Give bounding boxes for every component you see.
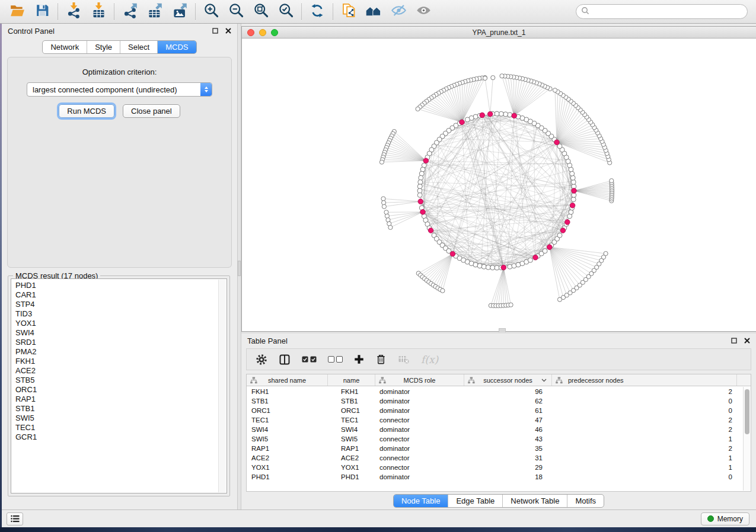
task-history-button[interactable] (7, 512, 23, 525)
table-row[interactable]: ORC1ORC1dominator610 (247, 406, 751, 415)
mcds-result-item[interactable]: SWI5 (15, 414, 227, 423)
table-row[interactable]: SWI4SWI4dominator462 (247, 425, 751, 434)
zoom-selected-button[interactable] (273, 2, 298, 22)
tab-edge-table[interactable]: Edge Table (448, 495, 502, 507)
close-panel-icon[interactable] (744, 336, 750, 345)
deselect-all-button[interactable] (328, 356, 343, 363)
delete-column-button[interactable] (375, 354, 387, 365)
export-table-button[interactable] (142, 2, 167, 22)
export-network-button[interactable] (117, 2, 142, 22)
show-columns-button[interactable] (279, 354, 291, 366)
refresh-icon (310, 3, 325, 21)
tab-node-table[interactable]: Node Table (394, 495, 448, 507)
divider-handle[interactable] (238, 261, 241, 276)
table-row[interactable]: TEC1TEC1connector472 (247, 415, 751, 425)
desktop-wallpaper-sliver (0, 24, 2, 527)
mcds-result-item[interactable]: TEC1 (15, 423, 227, 432)
vertical-split-divider[interactable] (237, 24, 241, 509)
tab-select[interactable]: Select (120, 41, 157, 53)
zoom-out-button[interactable] (224, 2, 248, 22)
add-column-button[interactable] (354, 354, 364, 364)
main-toolbar (0, 0, 756, 24)
float-panel-icon[interactable] (731, 336, 737, 345)
column-header-MCDS-role[interactable]: MCDS role (375, 374, 464, 386)
divider-handle[interactable] (499, 328, 506, 332)
mcds-result-item[interactable]: ACE2 (15, 366, 227, 376)
hide-selected-button[interactable] (386, 2, 411, 22)
network-graph[interactable] (242, 39, 755, 331)
mcds-result-item[interactable]: PHD1 (15, 281, 227, 290)
show-all-button[interactable] (411, 2, 436, 22)
horizontal-split-divider[interactable] (241, 332, 756, 334)
criterion-select[interactable]: largest connected component (undirected) (27, 82, 212, 97)
toolbar-separator (301, 4, 302, 20)
import-network-button[interactable] (61, 2, 86, 22)
maximize-window-icon[interactable] (271, 29, 278, 36)
column-header-successor-nodes[interactable]: successor nodes (464, 374, 552, 386)
select-all-button[interactable] (302, 356, 317, 363)
mcds-result-item[interactable]: YOX1 (15, 319, 227, 328)
open-file-button[interactable] (5, 2, 30, 22)
table-settings-button[interactable] (256, 354, 267, 366)
control-panel-header: Control Panel (2, 24, 237, 38)
cell-shared-name: SWI4 (247, 426, 328, 433)
mcds-result-item[interactable]: RAP1 (15, 395, 227, 404)
mcds-result-item[interactable]: PMA2 (15, 347, 227, 357)
search-box[interactable] (576, 4, 748, 19)
network-canvas[interactable] (242, 39, 756, 331)
table-scrollbar[interactable] (743, 387, 751, 491)
column-header-name[interactable]: name (328, 374, 375, 386)
float-panel-icon[interactable] (212, 27, 218, 36)
mcds-result-item[interactable]: STB5 (15, 376, 227, 385)
import-table-button[interactable] (86, 2, 111, 22)
table-row[interactable]: YOX1YOX1connector291 (247, 463, 751, 472)
cell-shared-name: FKH1 (247, 388, 328, 395)
tab-mcds[interactable]: MCDS (157, 41, 196, 53)
zoom-fit-button[interactable] (248, 2, 273, 22)
cell-successor-nodes: 43 (464, 435, 552, 443)
cell-predecessor-nodes: 0 (552, 473, 737, 480)
mcds-result-item[interactable]: SRD1 (15, 338, 227, 347)
search-input[interactable] (592, 8, 742, 16)
export-image-button[interactable] (167, 2, 192, 22)
mcds-result-item[interactable]: FKH1 (15, 357, 227, 366)
mcds-result-item[interactable]: SWI4 (15, 328, 227, 338)
cell-successor-nodes: 96 (464, 388, 552, 395)
memory-button[interactable]: Memory (701, 512, 749, 525)
mcds-result-item[interactable]: TID3 (15, 309, 227, 319)
network-window-titlebar[interactable]: YPA_prune.txt_1 (242, 27, 756, 39)
scrollbar-thumb[interactable] (745, 389, 749, 434)
table-row[interactable]: SWI5SWI5connector431 (247, 434, 751, 444)
tab-style[interactable]: Style (87, 41, 120, 53)
column-header-predecessor-nodes[interactable]: predecessor nodes (552, 374, 737, 386)
tab-network[interactable]: Network (43, 41, 87, 53)
tab-motifs[interactable]: Motifs (567, 495, 604, 507)
list-scrollbar[interactable] (218, 280, 226, 492)
close-panel-button[interactable]: Close panel (123, 104, 180, 118)
table-row[interactable]: PHD1PHD1dominator180 (247, 472, 751, 482)
select-stepper-icon (200, 83, 212, 96)
mcds-result-item[interactable]: STB1 (15, 404, 227, 414)
apply-layout-button[interactable] (305, 2, 330, 22)
table-row[interactable]: RAP1RAP1dominator352 (247, 444, 751, 453)
eye-slash-icon (391, 2, 407, 21)
mcds-result-item[interactable]: CAR1 (15, 290, 227, 300)
mcds-result-item[interactable]: STP4 (15, 300, 227, 309)
minimize-window-icon[interactable] (259, 29, 266, 36)
mcds-result-item[interactable]: ORC1 (15, 385, 227, 395)
close-window-icon[interactable] (247, 29, 254, 36)
mcds-result-list[interactable]: PHD1CAR1STP4TID3YOX1SWI4SRD1PMA2FKH1ACE2… (11, 278, 227, 493)
mcds-result-item[interactable]: GCR1 (15, 432, 227, 442)
new-network-from-selection-button[interactable] (336, 2, 361, 22)
zoom-in-button[interactable] (199, 2, 224, 22)
close-panel-icon[interactable] (225, 27, 231, 36)
first-neighbors-button[interactable] (361, 2, 386, 22)
column-header-shared-name[interactable]: shared name (247, 374, 328, 386)
save-session-button[interactable] (30, 2, 55, 22)
cell-shared-name: PHD1 (247, 473, 328, 480)
table-row[interactable]: STB1STB1dominator620 (247, 396, 751, 406)
table-row[interactable]: FKH1FKH1dominator962 (247, 387, 751, 396)
tab-network-table[interactable]: Network Table (502, 495, 567, 507)
run-mcds-button[interactable]: Run MCDS (59, 104, 114, 118)
table-row[interactable]: ACE2ACE2connector311 (247, 453, 751, 463)
